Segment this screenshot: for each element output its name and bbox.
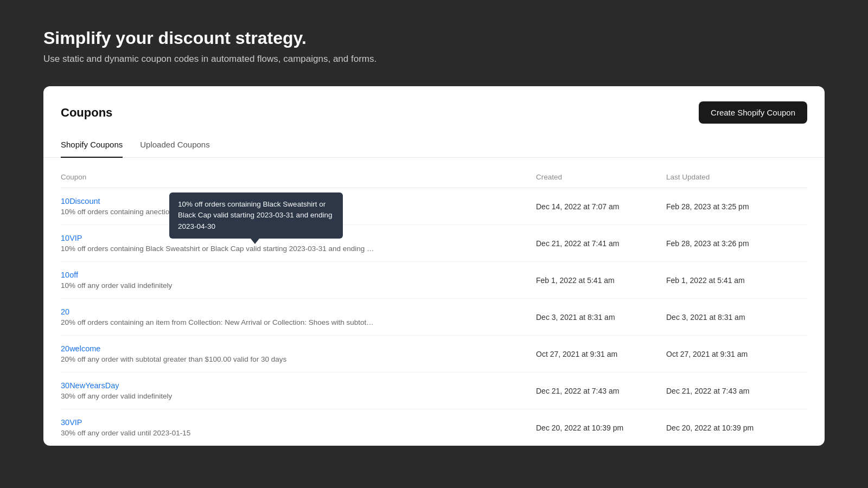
coupon-description: 30% off any order valid until 2023-01-15 [61,429,375,437]
page-title: Simplify your discount strategy. [43,28,825,48]
created-date: Dec 21, 2022 at 7:43 am [536,381,666,400]
table-row: 20welcome20% off any order with subtotal… [61,336,807,373]
card-title: Coupons [61,106,112,120]
coupon-cell: 10off10% off any order valid indefinitel… [61,271,536,290]
table-row: 10VIP10% off orders containing Black Swe… [61,225,807,262]
column-header-coupon: Coupon [61,173,536,181]
tabs-container: Shopify Coupons Uploaded Coupons [43,134,825,158]
created-date: Feb 1, 2022 at 5:41 am [536,271,666,290]
coupon-name-link[interactable]: 10VIP [61,234,536,242]
last-updated-date: Dec 21, 2022 at 7:43 am [666,381,807,400]
last-updated-date: Feb 28, 2023 at 3:25 pm [666,197,807,216]
coupon-cell: 30VIP30% off any order valid until 2023-… [61,418,536,437]
coupon-name-link[interactable]: 20 [61,307,536,316]
created-date: Dec 14, 2022 at 7:07 am [536,197,666,216]
coupon-name-link[interactable]: 10off [61,271,536,279]
coupon-name-link[interactable]: 30NewYearsDay [61,381,536,390]
table-row: 10off10% off any order valid indefinitel… [61,262,807,299]
last-updated-date: Dec 20, 2022 at 10:39 pm [666,418,807,437]
column-header-last-updated: Last Updated [666,173,807,181]
coupon-cell: 2020% off orders containing an item from… [61,307,536,326]
table-body: 10% off orders containing Black Sweatshi… [61,188,807,446]
table-container: Coupon Created Last Updated 10% off orde… [43,158,825,446]
tab-shopify-coupons[interactable]: Shopify Coupons [61,134,123,158]
table-row: 2020% off orders containing an item from… [61,299,807,336]
coupon-description: 10% off any order valid indefinitely [61,281,375,290]
coupon-cell: 10Discount10% off orders containing anec… [61,197,536,216]
coupons-card: Coupons Create Shopify Coupon Shopify Co… [43,86,825,446]
last-updated-date: Feb 28, 2023 at 3:26 pm [666,234,807,253]
page-header: Simplify your discount strategy. Use sta… [0,0,868,86]
coupon-description: 10% off orders containing anection: Unde… [61,208,375,216]
coupon-description: 30% off any order valid indefinitely [61,392,375,400]
coupon-cell: 10VIP10% off orders containing Black Swe… [61,234,536,253]
table-row: 30NewYearsDay30% off any order valid ind… [61,373,807,409]
coupon-description: 20% off orders containing an item from C… [61,318,375,326]
created-date: Dec 20, 2022 at 10:39 pm [536,418,666,437]
last-updated-date: Oct 27, 2021 at 9:31 am [666,344,807,363]
created-date: Oct 27, 2021 at 9:31 am [536,344,666,363]
column-header-created: Created [536,173,666,181]
created-date: Dec 3, 2021 at 8:31 am [536,307,666,326]
table-header: Coupon Created Last Updated [61,169,807,188]
page-subtitle: Use static and dynamic coupon codes in a… [43,54,825,65]
coupon-description: 20% off any order with subtotal greater … [61,355,375,363]
create-shopify-coupon-button[interactable]: Create Shopify Coupon [699,101,807,124]
coupon-name-link[interactable]: 30VIP [61,418,536,427]
card-header: Coupons Create Shopify Coupon [43,101,825,134]
coupon-description: 10% off orders containing Black Sweatshi… [61,245,375,253]
last-updated-date: Dec 3, 2021 at 8:31 am [666,307,807,326]
coupon-cell: 20welcome20% off any order with subtotal… [61,344,536,363]
created-date: Dec 21, 2022 at 7:41 am [536,234,666,253]
table-row: 10% off orders containing Black Sweatshi… [61,188,807,225]
coupon-name-link[interactable]: 20welcome [61,344,536,353]
last-updated-date: Feb 1, 2022 at 5:41 am [666,271,807,290]
table-row: 30VIP30% off any order valid until 2023-… [61,409,807,446]
coupon-cell: 30NewYearsDay30% off any order valid ind… [61,381,536,400]
coupon-name-link[interactable]: 10Discount [61,197,536,206]
tab-uploaded-coupons[interactable]: Uploaded Coupons [140,134,209,158]
